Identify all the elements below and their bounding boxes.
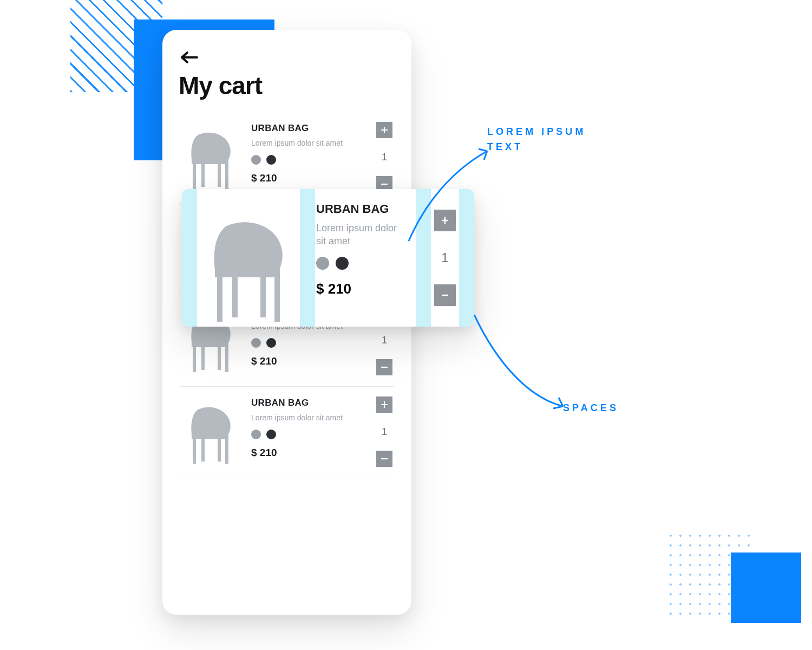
color-swatches xyxy=(251,338,365,348)
quantity-stepper: 1 xyxy=(374,122,395,192)
increment-button[interactable] xyxy=(434,210,456,231)
decrement-button[interactable] xyxy=(434,284,456,306)
swatch-gray[interactable] xyxy=(316,257,329,270)
product-price: $ 210 xyxy=(251,172,365,184)
increment-button[interactable] xyxy=(376,396,392,413)
product-image xyxy=(197,189,300,327)
product-price: $ 210 xyxy=(316,281,407,297)
decor-blue-square xyxy=(731,552,801,623)
product-price: $ 210 xyxy=(251,447,365,459)
svg-rect-10 xyxy=(192,433,228,439)
svg-rect-18 xyxy=(260,272,266,317)
quantity-value: 1 xyxy=(382,426,387,438)
quantity-value: 1 xyxy=(382,335,387,346)
spacing-indicator xyxy=(416,189,431,327)
product-desc: Lorem ipsum dolor sit amet xyxy=(251,413,343,423)
swatch-black[interactable] xyxy=(266,430,276,439)
swatch-black[interactable] xyxy=(266,338,276,348)
svg-rect-11 xyxy=(193,434,196,464)
swatch-black[interactable] xyxy=(266,155,276,165)
svg-rect-15 xyxy=(215,269,280,277)
spacing-indicator xyxy=(182,189,197,327)
svg-rect-2 xyxy=(201,160,205,187)
divider xyxy=(180,478,394,478)
product-image xyxy=(179,122,243,192)
annotation-spaces: SPACES xyxy=(563,401,619,416)
svg-rect-16 xyxy=(217,272,222,322)
svg-rect-0 xyxy=(192,159,228,164)
svg-rect-12 xyxy=(201,434,205,461)
swatch-black[interactable] xyxy=(336,257,349,270)
product-name: URBAN BAG xyxy=(316,202,407,216)
svg-rect-5 xyxy=(192,342,228,347)
product-desc: Lorem ipsum dolor sit amet xyxy=(316,222,407,248)
spacing-indicator xyxy=(300,189,315,327)
product-image xyxy=(179,396,243,467)
back-icon[interactable] xyxy=(179,49,200,66)
decrement-button[interactable] xyxy=(376,359,392,375)
annotation-arrow-icon xyxy=(471,311,568,420)
page-title: My cart xyxy=(179,71,395,100)
svg-rect-1 xyxy=(193,160,196,189)
svg-rect-17 xyxy=(232,272,238,317)
spacing-indicator xyxy=(459,189,474,327)
product-name: URBAN BAG xyxy=(251,398,365,408)
quantity-value: 1 xyxy=(441,250,448,265)
increment-button[interactable] xyxy=(376,122,392,138)
svg-rect-4 xyxy=(225,160,228,189)
svg-rect-9 xyxy=(225,343,228,372)
product-price: $ 210 xyxy=(251,355,365,367)
swatch-gray[interactable] xyxy=(251,155,261,165)
svg-rect-13 xyxy=(218,434,221,461)
svg-rect-3 xyxy=(218,160,221,187)
svg-rect-6 xyxy=(193,343,196,372)
swatch-gray[interactable] xyxy=(251,338,261,348)
zoom-card: URBAN BAG Lorem ipsum dolor sit amet $ 2… xyxy=(182,189,474,327)
color-swatches xyxy=(251,155,365,165)
svg-rect-7 xyxy=(201,343,205,370)
quantity-value: 1 xyxy=(382,152,387,163)
swatch-gray[interactable] xyxy=(251,430,261,439)
cart-item: URBAN BAG Lorem ipsum dolor sit amet $ 2… xyxy=(179,387,395,478)
product-name: URBAN BAG xyxy=(251,123,365,134)
svg-rect-19 xyxy=(274,272,280,322)
svg-rect-8 xyxy=(218,343,221,370)
quantity-stepper: 1 xyxy=(374,396,395,467)
color-swatches xyxy=(251,430,365,439)
color-swatches xyxy=(316,257,407,270)
product-desc: Lorem ipsum dolor sit amet xyxy=(251,138,343,148)
quantity-stepper: 1 xyxy=(431,189,459,327)
annotation-lorem: LOREM IPSUM TEXT xyxy=(487,125,617,155)
svg-rect-14 xyxy=(225,434,228,464)
decrement-button[interactable] xyxy=(376,451,392,467)
